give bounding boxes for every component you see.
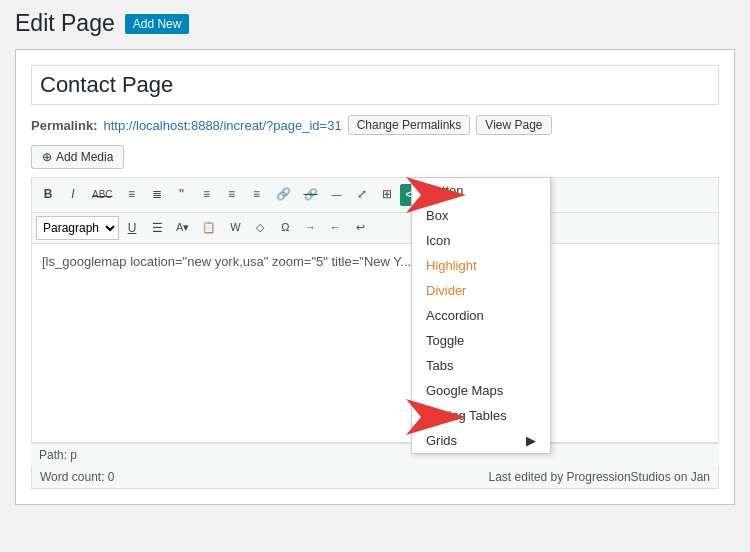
- insert-more-button[interactable]: —: [325, 184, 349, 206]
- outdent-button[interactable]: ←: [323, 216, 347, 239]
- dropdown-item-box[interactable]: Box: [412, 203, 550, 228]
- italic-button[interactable]: I: [61, 182, 85, 207]
- toolbar-area: B I ABC ≡ ≣ " ≡ ≡ ≡ 🔗 🔗 — ⤢ ⊞ </> Paragr…: [31, 177, 719, 443]
- bold-button[interactable]: B: [36, 182, 60, 207]
- paste-word-button[interactable]: W: [223, 216, 247, 239]
- ordered-list-button[interactable]: ≣: [145, 182, 169, 207]
- permalink-label: Permalink:: [31, 118, 97, 133]
- align-center-button[interactable]: ≡: [220, 182, 244, 207]
- word-count-label: Word count: 0: [40, 470, 114, 484]
- justify-button[interactable]: ☰: [145, 216, 169, 241]
- link-button[interactable]: 🔗: [270, 182, 297, 207]
- unlink-button[interactable]: 🔗: [298, 183, 324, 206]
- editor-body[interactable]: [ls_googlemap location="new york,usa" zo…: [31, 243, 719, 443]
- dropdown-item-accordion[interactable]: Accordion: [412, 303, 550, 328]
- permalink-url: http://localhost:8888/increat/?page_id=3…: [103, 118, 341, 133]
- dropdown-item-tabs[interactable]: Tabs: [412, 353, 550, 378]
- table-button[interactable]: ⊞: [375, 182, 399, 207]
- paste-text-button[interactable]: 📋: [196, 216, 222, 239]
- permalink-row: Permalink: http://localhost:8888/increat…: [31, 115, 719, 135]
- remove-format-button[interactable]: ◇: [248, 216, 272, 239]
- page-title-row: Edit Page Add New: [15, 10, 735, 37]
- text-color-button[interactable]: A▾: [170, 216, 195, 239]
- dropdown-item-divider[interactable]: Divider: [412, 278, 550, 303]
- fullscreen-button[interactable]: ⤢: [350, 182, 374, 207]
- editor-container: Permalink: http://localhost:8888/increat…: [15, 49, 735, 505]
- add-media-button[interactable]: ⊕ Add Media: [31, 145, 124, 169]
- indent-button[interactable]: →: [298, 216, 322, 239]
- submenu-arrow-icon: ▶: [526, 433, 536, 448]
- post-title-input[interactable]: [31, 65, 719, 105]
- dropdown-item-highlight[interactable]: Highlight: [412, 253, 550, 278]
- underline-button[interactable]: U: [120, 216, 144, 241]
- toolbar-row-2: Paragraph U ☰ A▾ 📋 W ◇ Ω → ← ↩: [31, 212, 719, 244]
- add-new-button[interactable]: Add New: [125, 14, 190, 34]
- add-media-label: Add Media: [56, 150, 113, 164]
- editor-content: [ls_googlemap location="new york,usa" zo…: [42, 254, 708, 269]
- shortcode-dropdown: Button Box Icon Highlight Divider Accord…: [411, 177, 551, 454]
- format-select[interactable]: Paragraph: [36, 216, 119, 240]
- footer-bar: Word count: 0 Last edited by Progression…: [31, 466, 719, 489]
- dropdown-item-button[interactable]: Button: [412, 178, 550, 203]
- page-title: Edit Page: [15, 10, 115, 37]
- blockquote-button[interactable]: ": [170, 181, 194, 209]
- media-icon: ⊕: [42, 150, 52, 164]
- view-page-button[interactable]: View Page: [476, 115, 551, 135]
- path-bar: Path: p: [31, 443, 719, 466]
- dropdown-item-toggle[interactable]: Toggle: [412, 328, 550, 353]
- change-permalinks-button[interactable]: Change Permalinks: [348, 115, 471, 135]
- page-wrapper: Edit Page Add New Permalink: http://loca…: [0, 0, 750, 552]
- strikethrough-button[interactable]: ABC: [86, 182, 119, 207]
- special-chars-button[interactable]: Ω: [273, 216, 297, 239]
- dropdown-item-grids[interactable]: Grids ▶: [412, 428, 550, 453]
- dropdown-item-pricing-tables[interactable]: Pricing Tables: [412, 403, 550, 428]
- add-media-row: ⊕ Add Media: [31, 145, 719, 169]
- undo-button[interactable]: ↩: [348, 216, 372, 239]
- align-left-button[interactable]: ≡: [195, 182, 219, 207]
- toolbar-row-1: B I ABC ≡ ≣ " ≡ ≡ ≡ 🔗 🔗 — ⤢ ⊞ </>: [31, 177, 719, 212]
- unordered-list-button[interactable]: ≡: [120, 182, 144, 207]
- align-right-button[interactable]: ≡: [245, 182, 269, 207]
- dropdown-item-google-maps[interactable]: Google Maps: [412, 378, 550, 403]
- dropdown-item-icon[interactable]: Icon: [412, 228, 550, 253]
- last-edited-label: Last edited by ProgressionStudios on Jan: [489, 470, 710, 484]
